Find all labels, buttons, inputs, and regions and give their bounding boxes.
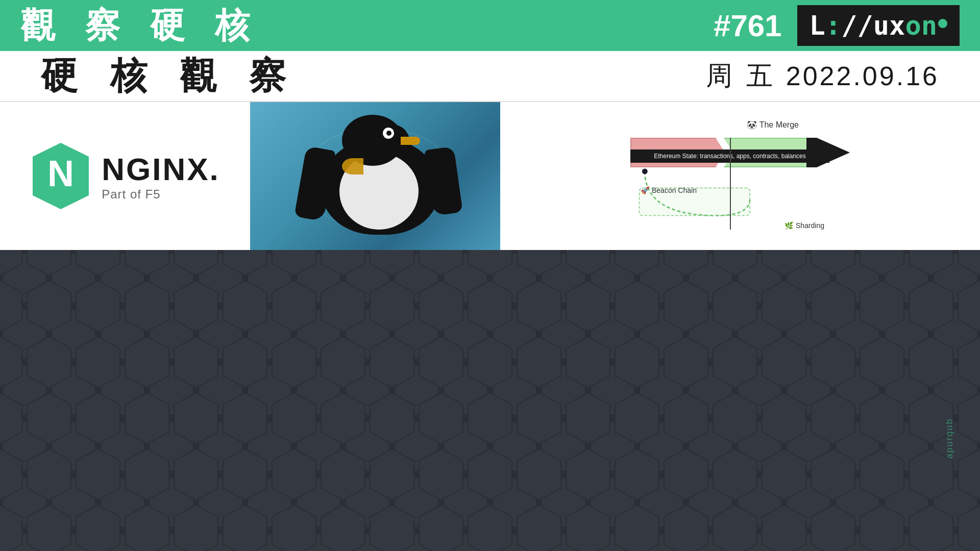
beacon-chain-label: 🚀 Beacon Chain — [641, 186, 697, 194]
penguin-beak — [401, 137, 420, 145]
nginx-panel: N NGINX. Part of F5 — [0, 102, 250, 250]
penguin-image — [250, 102, 500, 250]
svg-rect-8 — [0, 250, 980, 551]
merge-icon: 🐼 — [747, 120, 757, 130]
ethereum-diagram-panel: 🐼 The Merge 🔧 Proof-of-work 🌱 Proof-of-s… — [500, 102, 980, 250]
nginx-hexagon-logo: N — [30, 140, 91, 212]
hex-grid-background — [0, 250, 980, 551]
svg-point-2 — [642, 168, 648, 174]
penguin-figure — [281, 112, 475, 245]
luxon-logo: L : // ux on — [797, 5, 960, 46]
nginx-subtitle: Part of F5 — [102, 187, 220, 202]
sharding-label: 🌿 Sharding — [785, 221, 824, 230]
sharding-text: Sharding — [796, 221, 824, 230]
subheader-bar: 硬 核 觀 察 周 五 2022.09.16 — [0, 51, 980, 102]
content-area: N NGINX. Part of F5 — [0, 102, 980, 250]
svg-text:N: N — [47, 153, 74, 194]
luxon-ux: ux — [873, 10, 905, 41]
date-label: 2022.09.16 — [786, 61, 939, 91]
watermark-text: apurqub — [944, 418, 955, 459]
luxon-on: on — [905, 10, 937, 41]
luxon-l: L — [810, 10, 825, 41]
subheader-title: 硬 核 觀 察 — [41, 52, 297, 101]
beacon-text: Beacon Chain — [652, 186, 697, 194]
merge-label: 🐼 The Merge — [747, 120, 799, 130]
nginx-text: NGINX. Part of F5 — [102, 151, 220, 202]
episode-number: #761 — [714, 8, 781, 43]
luxon-colon: : — [825, 10, 841, 41]
sharding-icon: 🌿 — [785, 221, 793, 230]
merge-text: The Merge — [760, 120, 799, 130]
ethereum-diagram: 🐼 The Merge 🔧 Proof-of-work 🌱 Proof-of-s… — [630, 120, 850, 232]
header-bar: 觀 察 硬 核 #761 L : // ux on — [0, 0, 980, 51]
date-area: 周 五 2022.09.16 — [706, 58, 939, 94]
luxon-dot — [938, 19, 947, 28]
penguin-yellow-patch — [342, 158, 363, 174]
merge-divider — [730, 138, 731, 230]
header-right: #761 L : // ux on — [714, 5, 960, 46]
header-title: 觀 察 硬 核 — [20, 3, 260, 49]
luxon-slash: // — [841, 10, 873, 41]
nginx-brand-name: NGINX. — [102, 151, 220, 187]
penguin-eye-pupil — [386, 131, 391, 136]
day-label: 周 五 — [706, 58, 775, 94]
beacon-icon: 🚀 — [641, 186, 649, 194]
bottom-panel: apurqub — [0, 250, 980, 551]
